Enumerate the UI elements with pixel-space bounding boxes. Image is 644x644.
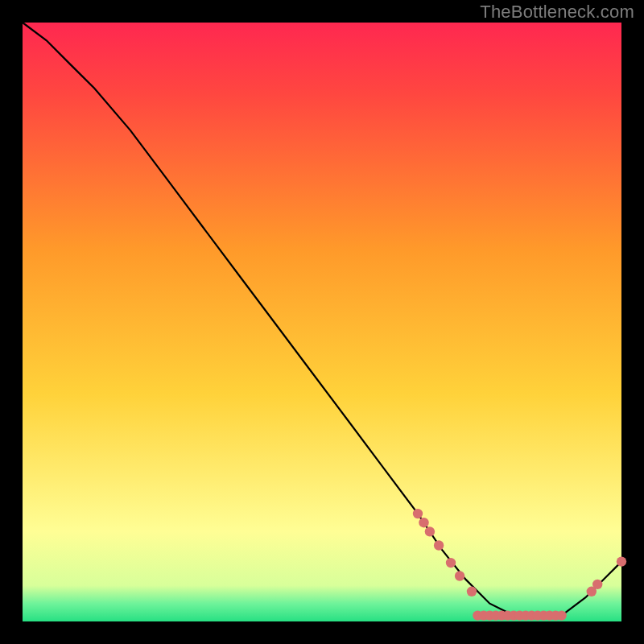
data-dot	[413, 509, 423, 518]
data-dot	[617, 556, 626, 566]
data-dot	[592, 580, 602, 589]
data-dot	[455, 571, 464, 580]
data-dot	[467, 587, 477, 597]
watermark-text: TheBottleneck.com	[480, 2, 634, 23]
heat-background	[23, 23, 621, 621]
data-dot	[419, 518, 428, 527]
bottleneck-chart	[0, 0, 644, 644]
data-dot	[425, 526, 435, 536]
data-dot	[446, 558, 456, 568]
data-dot	[556, 610, 566, 620]
data-dot	[434, 540, 444, 550]
